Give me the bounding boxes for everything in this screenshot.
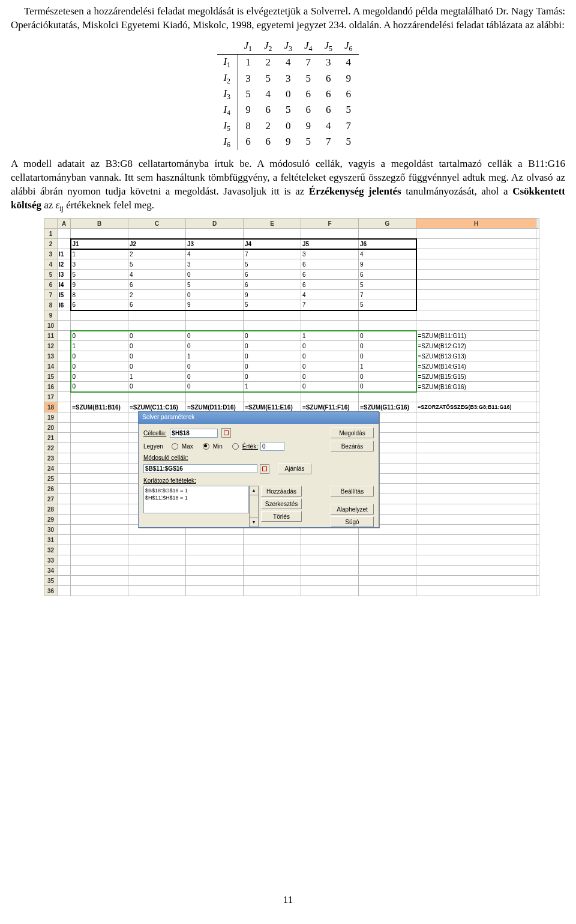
delete-button[interactable]: Törlés	[261, 511, 302, 522]
help-button[interactable]: Súgó	[331, 516, 374, 527]
cell	[536, 300, 539, 310]
cell	[58, 392, 71, 402]
cell: I1	[58, 249, 71, 259]
row-header: 12	[44, 341, 58, 351]
options-button[interactable]: Beállítás	[331, 486, 374, 497]
cell: 0	[244, 341, 301, 351]
input-target-cell[interactable]: $H$18	[170, 429, 218, 438]
table-cell: 5	[338, 103, 359, 118]
table-cell: 9	[238, 103, 259, 118]
table-corner	[217, 38, 238, 55]
cell	[359, 392, 416, 402]
cell	[416, 555, 536, 566]
row-header: 24	[44, 464, 58, 474]
constraint-item[interactable]: $B$18:$G$18 = 1	[145, 487, 247, 494]
cell	[71, 535, 128, 545]
cell: 0	[186, 341, 244, 351]
constraint-listbox[interactable]: $B$18:$G$18 = 1 $H$11:$H$16 = 1	[143, 486, 249, 513]
label-min: Min	[213, 442, 223, 451]
col-head: J3	[278, 38, 299, 55]
table-cell: 2	[258, 55, 278, 71]
cell	[416, 239, 536, 249]
cell	[359, 576, 416, 586]
cell	[58, 412, 71, 423]
table-cell: 6	[319, 103, 339, 118]
cell	[58, 504, 71, 515]
column-header: B	[71, 219, 128, 229]
cell	[536, 504, 539, 515]
table-cell: 3	[238, 71, 259, 86]
cell	[536, 382, 539, 392]
cell	[416, 474, 536, 484]
cell: =SZUM(C11:C16)	[128, 402, 186, 412]
cell: I6	[58, 300, 71, 310]
cell	[536, 484, 539, 494]
close-button[interactable]: Bezárás	[331, 441, 374, 451]
input-changing-cells[interactable]: $B$11:$G$16	[143, 464, 257, 473]
scroll-up-icon[interactable]: ▴	[249, 486, 259, 495]
cell	[58, 310, 71, 321]
radio-max[interactable]	[172, 443, 178, 450]
reset-button[interactable]: Alaphelyzet	[331, 504, 374, 515]
cell	[536, 555, 539, 566]
cell: 6	[301, 280, 359, 290]
cell	[244, 566, 301, 576]
cell	[186, 535, 244, 545]
ref-selector-icon-2[interactable]	[260, 464, 269, 474]
assignment-cost-table: J1 J2 J3 J4 J5 J6 I1124734I2353569I35406…	[217, 38, 358, 150]
cell	[128, 310, 186, 321]
cell: 1	[186, 351, 244, 361]
cell	[416, 566, 536, 576]
cell: 0	[359, 351, 416, 361]
solve-button[interactable]: Megoldás	[331, 427, 374, 438]
cell: 0	[71, 331, 128, 341]
cell	[536, 453, 539, 464]
ref-selector-icon[interactable]	[221, 428, 231, 438]
change-button[interactable]: Szerkesztés	[261, 498, 302, 509]
cell: 0	[301, 382, 359, 392]
cell: 0	[244, 372, 301, 382]
row-header: 36	[44, 586, 58, 596]
col-head: J6	[338, 38, 359, 55]
cell	[71, 566, 128, 576]
cell	[58, 453, 71, 464]
add-button[interactable]: Hozzáadás	[261, 486, 302, 497]
cell	[359, 566, 416, 576]
cell	[416, 453, 536, 464]
radio-min[interactable]	[203, 443, 209, 450]
cell	[58, 229, 71, 239]
row-header: 7	[44, 290, 58, 300]
cell	[536, 443, 539, 453]
cell	[536, 525, 539, 535]
cell: 1	[71, 249, 128, 259]
cell	[58, 494, 71, 504]
table-cell: 0	[278, 118, 299, 134]
cell: 0	[301, 372, 359, 382]
cell: 1	[359, 361, 416, 372]
cell: 9	[186, 300, 244, 310]
constraint-item[interactable]: $H$11:$H$16 = 1	[145, 494, 247, 501]
cell	[301, 576, 359, 586]
cell: J4	[244, 239, 301, 249]
cell	[186, 229, 244, 239]
label-equal: Legyen	[143, 442, 163, 451]
cell: 0	[186, 361, 244, 372]
cell	[536, 290, 539, 300]
input-value[interactable]: 0	[260, 442, 284, 451]
col-head: J4	[298, 38, 319, 55]
guess-button[interactable]: Ajánlás	[278, 464, 311, 474]
radio-value[interactable]	[232, 443, 239, 450]
cell	[301, 566, 359, 576]
cell	[71, 545, 128, 555]
cell	[244, 392, 301, 402]
cell	[58, 433, 71, 443]
row-header: 34	[44, 566, 58, 576]
cell: 2	[128, 290, 186, 300]
cell: =SZUM(B11:B16)	[71, 402, 128, 412]
cell	[416, 464, 536, 474]
scroll-down-icon[interactable]: ▾	[249, 518, 259, 527]
cell: 7	[301, 300, 359, 310]
table-cell: 3	[319, 55, 339, 71]
cell	[186, 576, 244, 586]
cell: 6	[128, 280, 186, 290]
